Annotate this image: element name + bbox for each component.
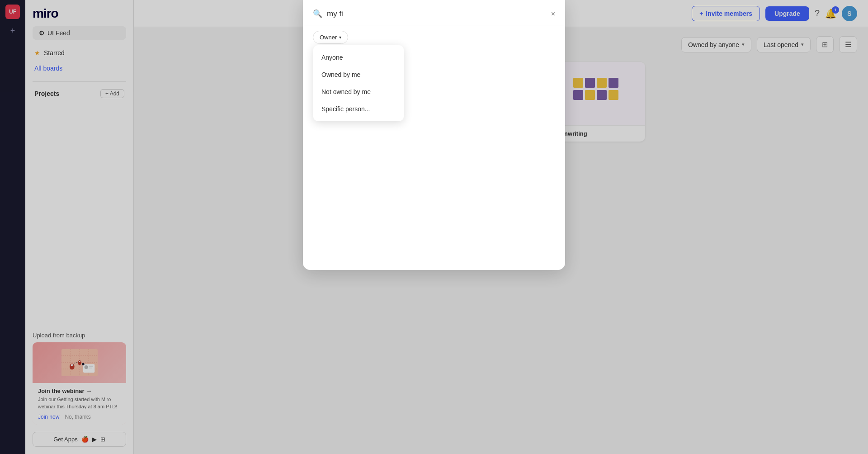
search-modal-overlay[interactable]: 🔍 × Owner ▾ Anyone Owned by me Not owned… bbox=[0, 0, 868, 454]
clear-search-icon[interactable]: × bbox=[551, 10, 555, 18]
owner-filter-label: Owner bbox=[320, 34, 337, 41]
filter-row: Owner ▾ Anyone Owned by me Not owned by … bbox=[303, 25, 565, 44]
chevron-down-icon: ▾ bbox=[339, 35, 341, 40]
search-icon: 🔍 bbox=[313, 9, 322, 19]
search-input[interactable] bbox=[327, 9, 547, 19]
owner-dropdown: Anyone Owned by me Not owned by me Speci… bbox=[313, 45, 404, 121]
owner-option-owned-by-me[interactable]: Owned by me bbox=[313, 66, 404, 83]
search-modal: 🔍 × Owner ▾ Anyone Owned by me Not owned… bbox=[303, 0, 565, 270]
owner-option-not-owned-by-me[interactable]: Not owned by me bbox=[313, 83, 404, 100]
owner-filter-button[interactable]: Owner ▾ Anyone Owned by me Not owned by … bbox=[313, 31, 348, 44]
owner-option-specific-person[interactable]: Specific person... bbox=[313, 100, 404, 118]
search-bar: 🔍 × bbox=[303, 0, 565, 25]
owner-option-anyone[interactable]: Anyone bbox=[313, 49, 404, 66]
